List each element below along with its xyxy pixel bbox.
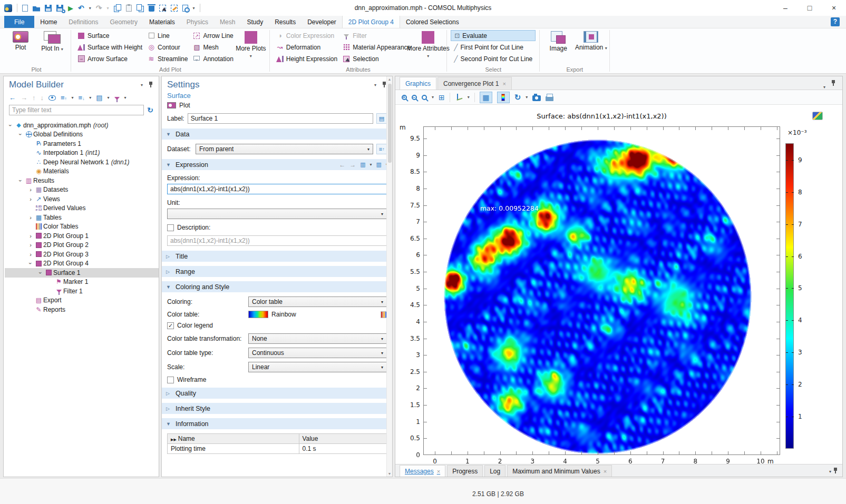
tab-physics[interactable]: Physics — [181, 16, 214, 28]
dropdown-arrow-icon[interactable]: ▾ — [124, 95, 127, 100]
expander-expanded-icon[interactable]: › — [37, 269, 44, 276]
plot-in-button[interactable]: Plot In ▾ — [37, 30, 67, 53]
more-plots-button[interactable]: More Plots▾ — [236, 30, 266, 60]
tree-item-color-tables[interactable]: Color Tables — [5, 222, 159, 232]
tab-study[interactable]: Study — [241, 16, 269, 28]
description-checkbox[interactable] — [167, 224, 174, 231]
scroll-up-icon[interactable]: ▲ — [387, 77, 392, 81]
panel-menu-icon[interactable]: ▾ — [374, 83, 376, 87]
expander-collapsed-icon[interactable]: › — [27, 251, 34, 258]
tree-item-2d-plot-group-2[interactable]: ›2D Plot Group 2 — [5, 241, 159, 250]
color-table-transformation-dropdown[interactable]: None▾ — [248, 333, 387, 344]
close-button[interactable]: × — [822, 0, 846, 16]
minimize-button[interactable]: – — [773, 0, 798, 16]
section-quality[interactable]: ▷Quality — [162, 388, 392, 399]
column-resize-icon[interactable]: ▶▶ — [171, 438, 177, 441]
paste-icon[interactable] — [126, 5, 132, 12]
tree-item-tables[interactable]: ›▦Tables — [5, 213, 159, 222]
unit-dropdown[interactable]: ▾ — [167, 209, 387, 219]
collapse-icon[interactable]: ≡↓ — [79, 94, 85, 102]
tree-item-results[interactable]: ›▥Results — [5, 176, 159, 185]
tree-item-datasets[interactable]: ›▦Datasets — [5, 185, 159, 195]
annotation-button[interactable]: Annotation — [190, 53, 236, 64]
tab-home[interactable]: Home — [34, 16, 63, 28]
open-file-icon[interactable] — [33, 6, 40, 12]
wireframe-checkbox[interactable] — [167, 377, 174, 383]
surface-plot-canvas[interactable] — [423, 126, 780, 455]
expression-input[interactable] — [167, 184, 387, 194]
rename-icon[interactable]: ▤ — [376, 113, 387, 124]
coloring-dropdown[interactable]: Color table▾ — [248, 297, 387, 307]
tab-graphics[interactable]: Graphics — [400, 77, 436, 90]
move-down-icon[interactable]: ↓ — [41, 94, 44, 102]
description-input[interactable] — [167, 235, 387, 246]
dropdown-arrow-icon[interactable]: ▾ — [526, 95, 528, 100]
duplicate-icon[interactable] — [137, 4, 144, 12]
find-icon[interactable] — [182, 5, 188, 12]
selection-button[interactable]: Selection — [340, 53, 413, 64]
section-data[interactable]: ▼Data — [162, 129, 392, 140]
insert-expression-icon[interactable]: ▥ — [360, 161, 365, 168]
more-attributes-button[interactable]: More Attributes▾ — [413, 30, 443, 60]
model-tree-node-icon[interactable]: ▤ — [96, 94, 102, 102]
tree-item-export[interactable]: ▤Export — [5, 296, 159, 305]
expander-collapsed-icon[interactable]: › — [27, 233, 34, 239]
tree-item-dnn-approximation-mph[interactable]: ›◆dnn_approximation.mph(root) — [5, 121, 159, 130]
save-icon[interactable] — [45, 5, 52, 12]
tree-item-views[interactable]: ›↗Views — [5, 194, 159, 204]
tree-item-marker-1[interactable]: ⚑Marker 1 — [5, 278, 159, 287]
tree-item-interpolation-1[interactable]: ∿Interpolation 1(int1) — [5, 149, 159, 158]
dropdown-arrow-icon[interactable]: ▾ — [72, 95, 74, 100]
tree-item-2d-plot-group-1[interactable]: ›2D Plot Group 1 — [5, 231, 159, 241]
tab-log[interactable]: Log — [484, 465, 505, 477]
forward-icon[interactable]: → — [21, 94, 27, 102]
tab-convergence-plot-1[interactable]: Convergence Plot 1× — [437, 77, 512, 90]
go-to-source-icon[interactable]: ≡↑ — [376, 144, 387, 154]
close-tab-icon[interactable]: × — [437, 468, 440, 475]
new-file-icon[interactable] — [22, 5, 28, 12]
settings-plot-button[interactable]: Plot — [162, 101, 392, 113]
expander-collapsed-icon[interactable]: › — [27, 196, 34, 202]
scale-dropdown[interactable]: Linear▾ — [248, 362, 387, 372]
section-expression[interactable]: ▼ Expression ← → ▥▾ ▥▾ — [162, 159, 392, 170]
surface-with-height-button[interactable]: Surface with Height — [75, 42, 145, 53]
label-input[interactable] — [188, 113, 373, 124]
streamline-button[interactable]: ≋Streamline — [145, 53, 190, 64]
line-button[interactable]: Line — [145, 30, 190, 41]
mesh-button[interactable]: ▧Mesh — [190, 42, 236, 53]
tree-item-derived-values[interactable]: 8.85e-12Derived Values — [5, 204, 159, 213]
color-legend-checkbox[interactable]: ✓ — [167, 322, 174, 329]
go-to-view-icon[interactable] — [455, 94, 463, 101]
maximize-button[interactable]: □ — [798, 0, 822, 16]
plot-update-icon[interactable]: ↻ — [514, 94, 521, 101]
undo-icon[interactable]: ↶ — [78, 5, 84, 12]
dropdown-arrow-icon[interactable]: ▾ — [89, 95, 91, 100]
tab-maximum-and-minimum-values[interactable]: Maximum and Minimum Values× — [507, 465, 612, 477]
animation-button[interactable]: Animation ▾ — [576, 30, 606, 52]
tree-item-2d-plot-group-3[interactable]: ›2D Plot Group 3 — [5, 250, 159, 259]
contour-button[interactable]: ◎Contour — [145, 42, 190, 53]
arrow-line-button[interactable]: ↗Arrow Line — [190, 30, 236, 41]
arrow-surface-button[interactable]: →Arrow Surface — [75, 53, 145, 64]
refresh-icon[interactable]: ↻ — [147, 106, 153, 114]
tab-definitions[interactable]: Definitions — [63, 16, 104, 28]
undo-dropdown-icon[interactable]: ▾ — [89, 6, 91, 11]
show-icon[interactable] — [48, 95, 56, 101]
expander-collapsed-icon[interactable]: › — [27, 242, 34, 248]
second-point-cut-line-button[interactable]: ╱Second Point for Cut Line — [451, 53, 536, 64]
move-up-icon[interactable]: ↑ — [32, 94, 36, 102]
select-frame-icon[interactable] — [159, 5, 166, 12]
color-legend-toggle-button[interactable] — [497, 92, 510, 103]
plot-button[interactable]: Plot — [6, 30, 35, 53]
panel-menu-icon[interactable]: ▾ — [829, 469, 831, 474]
dataset-dropdown[interactable]: From parent▾ — [196, 144, 373, 154]
scroll-down-icon[interactable]: ▼ — [387, 472, 392, 476]
height-expression-button[interactable]: Height Expression — [274, 53, 340, 64]
plot-thumbnail-icon[interactable] — [812, 112, 823, 120]
close-tab-icon[interactable]: × — [502, 81, 505, 87]
expander-expanded-icon[interactable]: › — [17, 131, 24, 138]
expander-collapsed-icon[interactable]: › — [27, 186, 34, 193]
panel-menu-icon[interactable]: ▾ — [823, 85, 825, 90]
find-dropdown-icon[interactable]: ▾ — [193, 6, 195, 11]
tree-item-materials[interactable]: ◉Materials — [5, 167, 159, 176]
